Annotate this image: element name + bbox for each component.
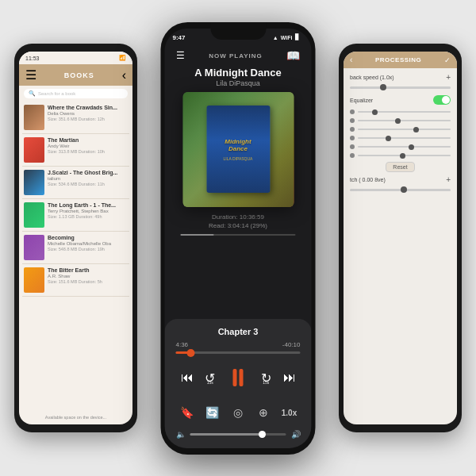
left-status-time: 11:53	[25, 56, 40, 61]
book-info: Becoming Michelle Obama/Michelle Oba Siz…	[48, 235, 128, 251]
left-back-icon[interactable]: ‹	[122, 68, 126, 83]
equalizer-toggle[interactable]	[433, 95, 451, 105]
book-meta: Size: 351.6 MB Duration: 12h	[48, 117, 128, 121]
book-cover-thumb	[24, 105, 44, 130]
right-back-icon[interactable]: ‹	[350, 56, 352, 64]
chapter-progress-thumb	[186, 349, 194, 357]
chapter-progress-bar[interactable]	[176, 351, 301, 354]
book-info: The Long Earth - 1 - The... Terry Pratch…	[48, 202, 128, 219]
wifi-icon: WiFi	[281, 35, 293, 40]
track-author: Lila DiPasqua	[165, 79, 312, 87]
speed-label: 1.0x	[282, 409, 297, 417]
rewind-button[interactable]: ⏮	[176, 367, 198, 389]
speed-label: back speed (1.0x)	[350, 75, 446, 80]
brightness-button[interactable]: ◎	[227, 401, 249, 424]
right-phone-screen: ‹ PROCESSING ✓ back speed (1.0x) + Equal…	[344, 52, 457, 424]
left-header-title: BOOKS	[64, 71, 94, 79]
fast-forward-button[interactable]: ⏭	[278, 367, 301, 389]
pitch-plus-btn[interactable]: +	[446, 175, 451, 184]
notch	[210, 22, 266, 40]
track-title: A Midnight Dance	[165, 65, 312, 79]
book-cover-thumb	[24, 202, 44, 228]
list-item[interactable]: J.Scalzi - The Ghost Brig... talium Size…	[22, 167, 129, 199]
skip-forward-button[interactable]: ↻ 15s	[256, 368, 275, 387]
list-item[interactable]: Where the Crawdads Sin... Delia Owens Si…	[22, 102, 129, 134]
bookshelf-icon[interactable]: 📖	[286, 49, 300, 62]
book-author: Delia Owens	[48, 111, 128, 116]
eq-dot	[350, 109, 355, 114]
hamburger-icon[interactable]: ☰	[176, 50, 185, 61]
speed-row: back speed (1.0x) +	[350, 73, 451, 82]
eq-track[interactable]	[358, 146, 451, 148]
player-panel: Chapter 3 4:36 -40:10 ⏮ ↺ 15s	[165, 319, 312, 448]
book-author: A.R. Shaw	[48, 274, 128, 278]
battery-icon: ▊	[295, 34, 299, 40]
center-phone: 9:47 ▲ WiFi ▊ ☰ NOW PLAYING 📖 A Midnight…	[161, 22, 316, 455]
eq-dot	[350, 127, 355, 132]
book-author: talium	[48, 176, 128, 181]
volume-slider[interactable]	[190, 433, 286, 436]
book-meta: Size: 151.6 MB Duration: 5h	[48, 279, 128, 284]
right-check-icon[interactable]: ✓	[444, 56, 451, 64]
volume-low-icon: 🔈	[176, 430, 186, 439]
overall-progress-fill	[181, 234, 214, 236]
play-pause-button[interactable]	[222, 362, 254, 393]
scene: 11:53 📶 ☰ BOOKS ‹ 🔍 Search for a book Wh…	[0, 0, 476, 476]
book-title: Becoming	[48, 235, 128, 241]
pause-icon	[233, 369, 244, 386]
right-content: back speed (1.0x) + Equalizer	[344, 68, 457, 196]
overall-progress-bar[interactable]	[181, 234, 296, 236]
eq-dot	[350, 153, 355, 158]
equalizer-row: Equalizer	[350, 95, 451, 105]
eq-track[interactable]	[358, 129, 451, 130]
left-hamburger-icon[interactable]: ☰	[25, 67, 36, 83]
refresh-button[interactable]: 🔄	[202, 401, 224, 424]
eq-track[interactable]	[358, 111, 451, 113]
left-footer: Available space on the device...	[19, 413, 132, 421]
book-on-cover: MidnightDance LILA DIPASQUA	[206, 106, 270, 193]
speed-button[interactable]: 1.0x	[278, 401, 301, 424]
list-item[interactable]: The Martian Andy Weir Size: 313.8 MB Dur…	[22, 134, 129, 167]
airplay-button[interactable]: ⊕	[252, 401, 274, 424]
book-cover-text: MidnightDance	[225, 138, 251, 153]
controls-row: ⏮ ↺ 15s ↻ 15s ⏭	[176, 362, 301, 393]
time-row: 4:36 -40:10	[176, 341, 301, 348]
book-info: J.Scalzi - The Ghost Brig... talium Size…	[48, 170, 128, 186]
volume-high-icon: 🔊	[291, 430, 301, 439]
list-item[interactable]: The Bitter Earth A.R. Shaw Size: 151.6 M…	[22, 264, 129, 297]
eq-bar-row	[350, 109, 451, 114]
left-search-bar[interactable]: 🔍 Search for a book	[24, 89, 128, 98]
eq-dot	[350, 144, 355, 149]
reset-button[interactable]: Reset	[386, 162, 414, 172]
eq-track[interactable]	[358, 120, 451, 121]
center-status-time: 9:47	[173, 34, 186, 41]
eq-bar-row	[350, 127, 451, 132]
eq-bar-row	[350, 136, 451, 140]
right-header: ‹ PROCESSING ✓	[344, 52, 457, 68]
list-item[interactable]: Becoming Michelle Obama/Michelle Oba Siz…	[22, 232, 129, 264]
eq-dot	[350, 118, 355, 123]
chapter-label: Chapter 3	[176, 327, 301, 336]
pitch-row: tch ( 0.00 8ve) +	[350, 175, 451, 184]
album-art-overlay: MidnightDance LILA DIPASQUA	[182, 92, 294, 207]
center-phone-screen: 9:47 ▲ WiFi ▊ ☰ NOW PLAYING 📖 A Midnight…	[165, 29, 312, 448]
skip-back-button[interactable]: ↺ 15s	[201, 368, 220, 387]
left-search-placeholder: Search for a book	[38, 91, 75, 96]
list-item[interactable]: The Long Earth - 1 - The... Terry Pratch…	[22, 199, 129, 232]
time-remaining: -40:10	[282, 341, 301, 348]
book-title: The Long Earth - 1 - The...	[48, 202, 128, 209]
eq-track[interactable]	[358, 137, 451, 139]
book-title: J.Scalzi - The Ghost Brig...	[48, 170, 128, 176]
equalizer-label: Equalizer	[350, 98, 433, 103]
volume-row: 🔈 🔊	[176, 430, 301, 439]
book-meta: Size: 548.8 MB Duration: 19h	[48, 247, 128, 251]
signal-icon: ▲	[273, 35, 278, 40]
bookmark-button[interactable]: 🔖	[176, 401, 198, 424]
book-cover-thumb	[24, 170, 44, 195]
eq-track[interactable]	[358, 155, 451, 156]
speed-plus-btn[interactable]: +	[446, 73, 451, 82]
book-info: The Martian Andy Weir Size: 313.8 MB Dur…	[48, 137, 128, 154]
pause-bar-right	[240, 369, 244, 386]
book-meta: Size: 1.13 GB Duration: 49h	[48, 214, 128, 219]
book-cover-thumb	[24, 267, 44, 293]
